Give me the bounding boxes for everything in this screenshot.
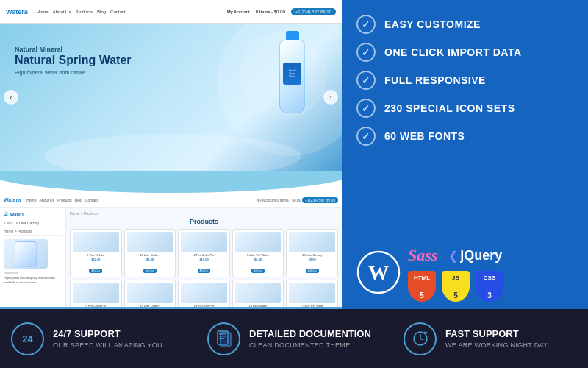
add-to-cart-button-5[interactable]: Add Cart: [306, 269, 319, 273]
product-card: 2 Pcs 19 Liter $12.00 Add Cart: [70, 229, 122, 277]
hero-text: Natural Mineral Natural Spring Water Hig…: [15, 46, 132, 75]
carousel-prev-button[interactable]: ‹: [4, 90, 18, 105]
add-to-cart-button-4[interactable]: Add Cart: [251, 269, 265, 273]
bottom-item-fast-support: FAST SUPPORT WE ARE WORKING NIGHT DAY.: [392, 309, 588, 368]
svg-text:W: W: [368, 261, 389, 284]
bottom-item-documentation: DETAILED DOCUMENTION CLEAN DOCUMENTED TH…: [196, 309, 392, 368]
documentation-title: DETAILED DOCUMENTION: [249, 328, 371, 339]
js5-badge: JS 5: [442, 271, 470, 302]
products-section-title: Products: [70, 218, 338, 225]
hero-subtitle: Natural Mineral: [15, 46, 132, 53]
documentation-desc: CLEAN DOCUMENTED THEME.: [249, 342, 371, 349]
breadcrumb: Home > Products: [70, 211, 338, 216]
feature-list: ✓ EASY CUSTOMIZE ✓ ONE CLICK IMPORT DATA…: [356, 15, 573, 242]
support-24-icon: 24: [11, 322, 44, 355]
check-icon-4: ✓: [356, 99, 376, 118]
fast-support-desc: WE ARE WORKING NIGHT DAY.: [445, 342, 549, 349]
product-card: 19 Liter Carboy $8.00 Add Cart: [124, 229, 176, 277]
hero-desc: High mineral water from nature.: [15, 70, 132, 75]
product-card: 1 Color Pet Water $5.00 Add Cart: [286, 280, 338, 307]
svg-line-9: [420, 339, 423, 340]
preview-navbar: Watera Home About Us Products Blog Conta…: [0, 0, 342, 24]
product-card: 10 Liter Carboy $9.00 Add Cart: [286, 229, 338, 277]
right-features-panel: ✓ EASY CUSTOMIZE ✓ ONE CLICK IMPORT DATA…: [342, 0, 588, 309]
product-preview-nav-right: My Account 0 Items - $0.00 +1(234) 567 8…: [257, 198, 338, 202]
add-to-cart-button[interactable]: Add Cart: [89, 269, 102, 273]
product-preview-nav: Watera Home About Us Products Blog Conta…: [0, 193, 342, 208]
product-card: 5 Liter Pet Water $6.00 Add Cart: [232, 229, 284, 277]
wave-divider: [0, 171, 342, 193]
tech-logos-section: W Sass ❮ jQuery HTML 5: [356, 246, 573, 302]
product-grid: 2 Pcs 19 Liter $12.00 Add Cart 19 Liter …: [70, 229, 338, 307]
fast-support-title: FAST SUPPORT: [445, 328, 549, 339]
support-title: 24/7 SUPPORT: [53, 328, 165, 339]
support-desc: OUR SPEED WILL AMAZING YOU.: [53, 342, 165, 349]
svg-rect-6: [220, 333, 231, 346]
product-card: 2 Pcs Color Pet $10.00 Add Cart: [178, 280, 230, 307]
product-main-area: Home > Products Products 2 Pcs 19 Liter …: [66, 208, 342, 307]
feature-label-4: 230 SPECIAL ICON SETS: [384, 102, 515, 114]
bottom-bar: 24 24/7 SUPPORT OUR SPEED WILL AMAZING Y…: [0, 309, 588, 368]
add-to-cart-button-2[interactable]: Add Cart: [143, 269, 157, 273]
preview-nav-right: My Account 0 Items - $0.00 +1(234) 567 8…: [227, 8, 336, 15]
preview-logo: Watera: [6, 8, 28, 15]
product-preview-navitems: Home About Us Products Blog Contact: [26, 198, 98, 202]
product-preview-section: Watera Home About Us Products Blog Conta…: [0, 193, 342, 307]
feature-label-5: 60 WEB FONTS: [384, 130, 465, 142]
product-sidebar: 🌊 Watera 2 Pcs 19 Liter Carboy Home > Pr…: [0, 208, 66, 307]
preview-nav-items: Home About Us Products Blog Contact: [37, 10, 126, 14]
feature-item-3: ✓ FULL RESPONSIVE: [356, 71, 573, 90]
wordpress-logo: W: [356, 250, 401, 297]
check-icon-3: ✓: [356, 71, 376, 90]
check-icon-2: ✓: [356, 43, 376, 62]
check-icon-1: ✓: [356, 15, 376, 34]
html-js-css-row: HTML 5 JS 5 CSS 3: [408, 271, 573, 302]
sidebar-product-image: [4, 239, 48, 269]
sass-jquery-row: Sass ❮ jQuery: [408, 246, 573, 265]
feature-label-1: EASY CUSTOMIZE: [384, 18, 481, 30]
hero-section: Natural Mineral Natural Spring Water Hig…: [0, 24, 342, 171]
css3-badge: CSS 3: [476, 271, 503, 302]
right-tech-logos: Sass ❮ jQuery HTML 5: [408, 246, 573, 302]
feature-label-3: FULL RESPONSIVE: [384, 74, 486, 86]
product-preview-logo: Watera: [4, 197, 21, 202]
jquery-logo: ❮ jQuery: [448, 248, 502, 263]
product-card: 10 Liter Water $9.00 Add Cart: [232, 280, 284, 307]
html5-badge: HTML 5: [408, 271, 436, 302]
feature-item-4: ✓ 230 SPECIAL ICON SETS: [356, 99, 573, 118]
feature-item-1: ✓ EASY CUSTOMIZE: [356, 15, 573, 34]
left-preview-panel: Watera Home About Us Products Blog Conta…: [0, 0, 342, 309]
product-layout: 🌊 Watera 2 Pcs 19 Liter Carboy Home > Pr…: [0, 208, 342, 307]
add-to-cart-button-3[interactable]: Add Cart: [198, 269, 211, 273]
check-icon-5: ✓: [356, 127, 376, 146]
hero-title: Natural Spring Water: [15, 53, 132, 67]
product-card: 19 Liter Carboy $8.00 Add Cart: [124, 280, 176, 307]
product-card: 5 Pcs Color Pet $14.00 Add Cart: [70, 280, 122, 307]
feature-item-5: ✓ 60 WEB FONTS: [356, 127, 573, 146]
fast-support-icon: [404, 322, 437, 355]
carousel-next-button[interactable]: ›: [323, 90, 338, 105]
feature-label-2: ONE CLICK IMPORT DATA: [384, 46, 522, 58]
water-bottle-image: NaturalSpringWater: [272, 31, 312, 127]
sass-logo: Sass: [408, 246, 437, 265]
preview-phone: +1(234) 567 89 10: [291, 8, 336, 15]
product-card: 2 Pcs Color Pet $10.00 Add Cart: [178, 229, 230, 277]
feature-item-2: ✓ ONE CLICK IMPORT DATA: [356, 43, 573, 62]
bottom-item-support: 24 24/7 SUPPORT OUR SPEED WILL AMAZING Y…: [0, 309, 196, 368]
documentation-icon: [207, 322, 240, 355]
